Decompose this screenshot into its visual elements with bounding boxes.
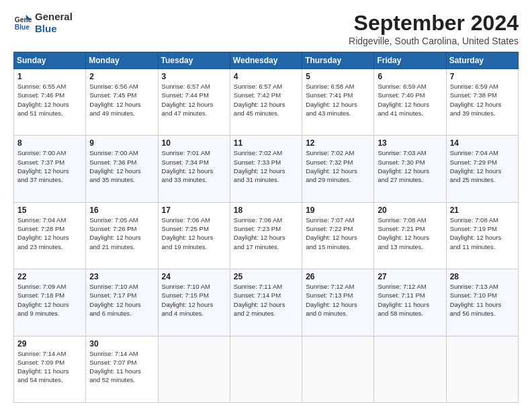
col-tuesday: Tuesday [158,52,230,69]
day-number: 24 [162,272,226,281]
logo-text: General Blue [35,11,73,35]
day-number: 14 [450,138,515,148]
day-info: Sunrise: 7:07 AMSunset: 7:22 PMDaylight:… [306,216,370,251]
svg-text:Blue: Blue [15,24,30,31]
table-row: 16Sunrise: 7:05 AMSunset: 7:26 PMDayligh… [86,202,158,269]
day-number: 22 [17,272,82,281]
day-number: 19 [306,205,370,215]
day-info: Sunrise: 7:10 AMSunset: 7:17 PMDaylight:… [89,282,154,318]
table-row: 17Sunrise: 7:06 AMSunset: 7:25 PMDayligh… [158,202,230,269]
day-number: 11 [234,138,298,148]
day-number: 17 [162,205,226,215]
day-number: 4 [234,72,298,81]
table-row: 22Sunrise: 7:09 AMSunset: 7:18 PMDayligh… [14,269,86,336]
table-row: 9Sunrise: 7:00 AMSunset: 7:36 PMDaylight… [86,136,158,202]
table-row: 11Sunrise: 7:02 AMSunset: 7:33 PMDayligh… [230,136,302,202]
table-row: 21Sunrise: 7:08 AMSunset: 7:19 PMDayligh… [446,202,518,269]
day-info: Sunrise: 7:05 AMSunset: 7:26 PMDaylight:… [89,216,154,251]
table-row: 27Sunrise: 7:12 AMSunset: 7:11 PMDayligh… [374,269,446,336]
day-info: Sunrise: 6:57 AMSunset: 7:44 PMDaylight:… [162,82,226,118]
day-number: 1 [17,72,82,81]
calendar-row: 8Sunrise: 7:00 AMSunset: 7:37 PMDaylight… [14,136,519,202]
day-number: 5 [306,72,370,81]
day-info: Sunrise: 7:08 AMSunset: 7:19 PMDaylight:… [450,216,515,251]
table-row: 20Sunrise: 7:08 AMSunset: 7:21 PMDayligh… [374,202,446,269]
day-number: 18 [234,205,298,215]
location: Ridgeville, South Carolina, United State… [349,36,519,46]
day-number: 3 [162,72,226,81]
table-row: 29Sunrise: 7:14 AMSunset: 7:09 PMDayligh… [14,336,86,402]
day-info: Sunrise: 7:13 AMSunset: 7:10 PMDaylight:… [450,282,515,318]
day-number: 26 [306,272,370,281]
month-title: September 2024 [349,11,519,36]
day-number: 27 [378,272,442,281]
day-info: Sunrise: 7:12 AMSunset: 7:11 PMDaylight:… [378,282,442,318]
day-number: 15 [17,205,82,215]
calendar-row: 1Sunrise: 6:55 AMSunset: 7:46 PMDaylight… [14,69,519,136]
day-number: 12 [306,138,370,148]
day-info: Sunrise: 6:59 AMSunset: 7:40 PMDaylight:… [378,82,442,118]
day-number: 20 [378,205,442,215]
logo: General Blue General Blue [13,11,73,35]
day-info: Sunrise: 7:03 AMSunset: 7:30 PMDaylight:… [378,148,442,184]
table-row: 30Sunrise: 7:14 AMSunset: 7:07 PMDayligh… [86,336,158,402]
table-row: 12Sunrise: 7:02 AMSunset: 7:32 PMDayligh… [302,136,374,202]
col-friday: Friday [374,52,446,69]
calendar-table: Sunday Monday Tuesday Wednesday Thursday… [13,52,519,403]
table-row: 26Sunrise: 7:12 AMSunset: 7:13 PMDayligh… [302,269,374,336]
table-row: 5Sunrise: 6:58 AMSunset: 7:41 PMDaylight… [302,69,374,136]
day-number: 9 [89,138,154,148]
day-number: 6 [378,72,442,81]
table-row: 24Sunrise: 7:10 AMSunset: 7:15 PMDayligh… [158,269,230,336]
day-number: 2 [89,72,154,81]
day-info: Sunrise: 7:14 AMSunset: 7:09 PMDaylight:… [17,349,82,385]
day-info: Sunrise: 7:14 AMSunset: 7:07 PMDaylight:… [89,349,154,385]
table-row: 23Sunrise: 7:10 AMSunset: 7:17 PMDayligh… [86,269,158,336]
day-info: Sunrise: 6:55 AMSunset: 7:46 PMDaylight:… [17,82,82,118]
title-section: September 2024 Ridgeville, South Carolin… [349,11,519,46]
col-monday: Monday [86,52,158,69]
day-number: 8 [17,138,82,148]
table-row: 19Sunrise: 7:07 AMSunset: 7:22 PMDayligh… [302,202,374,269]
day-info: Sunrise: 7:01 AMSunset: 7:34 PMDaylight:… [162,148,226,184]
day-number: 7 [450,72,515,81]
day-info: Sunrise: 7:08 AMSunset: 7:21 PMDaylight:… [378,216,442,251]
day-info: Sunrise: 6:57 AMSunset: 7:42 PMDaylight:… [234,82,298,118]
day-info: Sunrise: 7:12 AMSunset: 7:13 PMDaylight:… [306,282,370,318]
table-row [230,336,302,402]
day-number: 10 [162,138,226,148]
table-row: 14Sunrise: 7:04 AMSunset: 7:29 PMDayligh… [446,136,518,202]
col-thursday: Thursday [302,52,374,69]
table-row [302,336,374,402]
page-header: General Blue General Blue September 2024… [13,11,519,46]
calendar-row: 29Sunrise: 7:14 AMSunset: 7:09 PMDayligh… [14,336,519,402]
col-wednesday: Wednesday [230,52,302,69]
day-number: 21 [450,205,515,215]
table-row: 1Sunrise: 6:55 AMSunset: 7:46 PMDaylight… [14,69,86,136]
table-row: 15Sunrise: 7:04 AMSunset: 7:28 PMDayligh… [14,202,86,269]
calendar-page: General Blue General Blue September 2024… [0,0,532,411]
table-row [374,336,446,402]
col-saturday: Saturday [446,52,518,69]
col-sunday: Sunday [14,52,86,69]
day-number: 29 [17,339,82,349]
day-number: 25 [234,272,298,281]
table-row: 13Sunrise: 7:03 AMSunset: 7:30 PMDayligh… [374,136,446,202]
day-info: Sunrise: 7:11 AMSunset: 7:14 PMDaylight:… [234,282,298,318]
day-info: Sunrise: 6:56 AMSunset: 7:45 PMDaylight:… [89,82,154,118]
day-info: Sunrise: 6:58 AMSunset: 7:41 PMDaylight:… [306,82,370,118]
calendar-header-row: Sunday Monday Tuesday Wednesday Thursday… [14,52,519,69]
day-info: Sunrise: 7:06 AMSunset: 7:23 PMDaylight:… [234,216,298,251]
day-number: 16 [89,205,154,215]
table-row: 2Sunrise: 6:56 AMSunset: 7:45 PMDaylight… [86,69,158,136]
table-row: 10Sunrise: 7:01 AMSunset: 7:34 PMDayligh… [158,136,230,202]
day-info: Sunrise: 7:10 AMSunset: 7:15 PMDaylight:… [162,282,226,318]
table-row: 8Sunrise: 7:00 AMSunset: 7:37 PMDaylight… [14,136,86,202]
table-row: 18Sunrise: 7:06 AMSunset: 7:23 PMDayligh… [230,202,302,269]
day-info: Sunrise: 7:06 AMSunset: 7:25 PMDaylight:… [162,216,226,251]
day-number: 28 [450,272,515,281]
day-info: Sunrise: 7:04 AMSunset: 7:29 PMDaylight:… [450,148,515,184]
table-row: 3Sunrise: 6:57 AMSunset: 7:44 PMDaylight… [158,69,230,136]
table-row: 6Sunrise: 6:59 AMSunset: 7:40 PMDaylight… [374,69,446,136]
day-number: 23 [89,272,154,281]
